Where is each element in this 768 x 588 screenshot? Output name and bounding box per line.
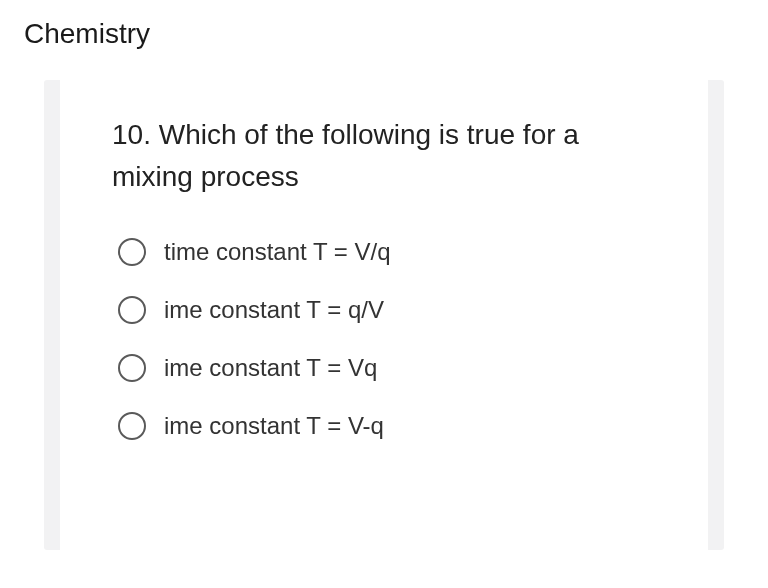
radio-icon — [118, 412, 146, 440]
option-label: time constant T = V/q — [164, 238, 391, 266]
option-2[interactable]: ime constant T = q/V — [118, 296, 656, 324]
option-label: ime constant T = V-q — [164, 412, 384, 440]
radio-icon — [118, 296, 146, 324]
options-group: time constant T = V/q ime constant T = q… — [112, 238, 656, 440]
option-3[interactable]: ime constant T = Vq — [118, 354, 656, 382]
option-4[interactable]: ime constant T = V-q — [118, 412, 656, 440]
radio-icon — [118, 238, 146, 266]
page-header: Chemistry — [0, 0, 768, 60]
subject-title: Chemistry — [24, 18, 744, 50]
right-shadow-edge — [706, 80, 724, 550]
option-label: ime constant T = q/V — [164, 296, 384, 324]
content-wrapper: 10. Which of the following is true for a… — [0, 80, 768, 550]
question-card: 10. Which of the following is true for a… — [60, 80, 708, 550]
question-text: 10. Which of the following is true for a… — [112, 114, 656, 198]
option-1[interactable]: time constant T = V/q — [118, 238, 656, 266]
radio-icon — [118, 354, 146, 382]
option-label: ime constant T = Vq — [164, 354, 377, 382]
